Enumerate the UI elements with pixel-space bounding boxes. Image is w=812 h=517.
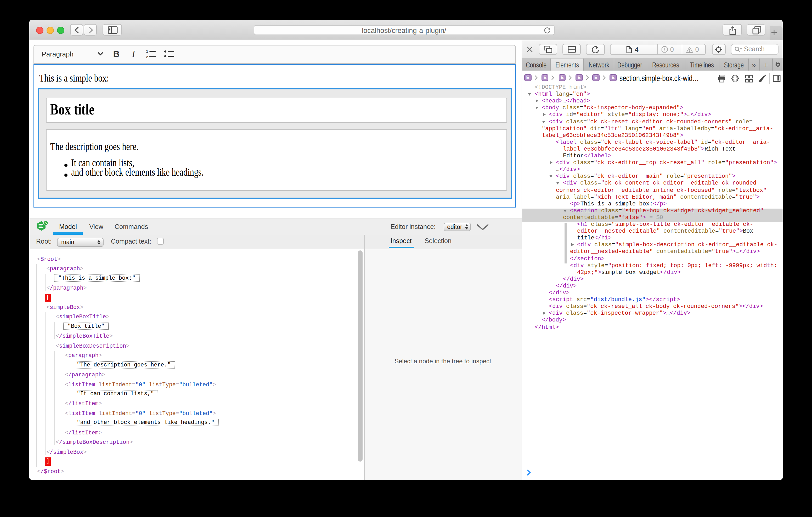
svg-text:2: 2 <box>146 55 148 59</box>
svg-text:5: 5 <box>45 221 46 225</box>
svg-text:1: 1 <box>146 50 148 54</box>
